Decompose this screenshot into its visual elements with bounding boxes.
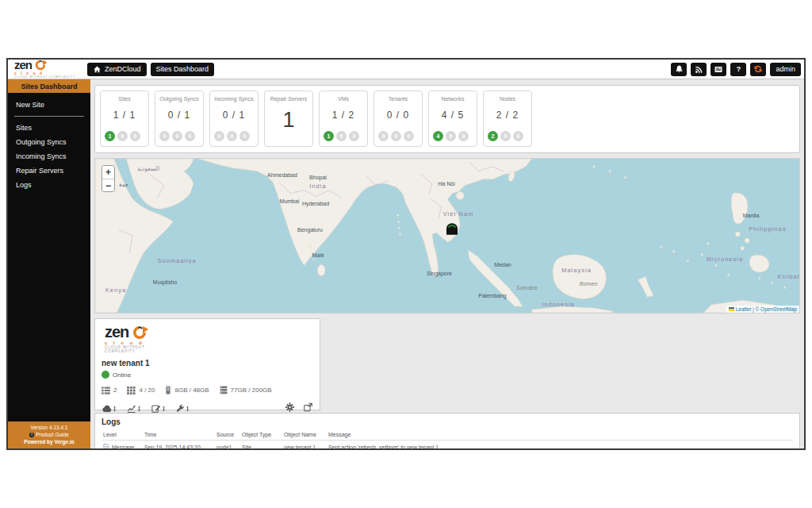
powered-by-label: Powered by Verge.io xyxy=(10,439,89,444)
action-suffix: I xyxy=(163,405,165,413)
zoom-out-button[interactable]: − xyxy=(102,179,114,191)
log-cell: node1 xyxy=(215,441,240,449)
stat-card-nodes[interactable]: Nodes2 / 2200 xyxy=(483,90,532,147)
topbar-actions: ?admin xyxy=(671,63,801,76)
stat-card-badges: 200 xyxy=(488,131,523,141)
stat-card-outgoing-syncs[interactable]: Outgoing Syncs0 / 1000 xyxy=(155,90,204,147)
tab-sites-dashboard[interactable]: Sites Dashboard xyxy=(151,63,215,76)
product-guide-link[interactable]: i Product Guide xyxy=(10,432,89,437)
action-suffix: I xyxy=(138,405,140,413)
status-count-badge: 0 xyxy=(117,131,128,141)
stat-card-value: 1 / 2 xyxy=(320,110,367,121)
status-count-badge: 0 xyxy=(214,131,224,141)
topbar: zen c l o u d CLOUD WITHOUT COMPLEXITY Z… xyxy=(8,60,804,79)
log-row[interactable]: MessageSep 19, 2025 14:43:20node1Sitenew… xyxy=(102,441,793,449)
wrench-icon xyxy=(175,404,185,413)
tenant-action-cloud-button[interactable]: I xyxy=(102,404,116,413)
stat-card-incoming-syncs[interactable]: Incoming Syncs0 / 1000 xyxy=(209,90,259,147)
user-menu-button[interactable]: admin xyxy=(770,63,801,76)
sidebar-items: New SiteSitesOutgoing SyncsIncoming Sync… xyxy=(8,93,90,192)
tenant-stats: 24 / 208GB / 48GB77GB / 200GB xyxy=(102,386,313,394)
log-level-label: Message xyxy=(112,444,134,449)
status-count-badge: 1 xyxy=(105,131,115,141)
document-icon xyxy=(103,444,109,449)
tenant-action-edit-button[interactable]: I xyxy=(151,404,165,413)
help-icon: ? xyxy=(734,64,743,74)
log-cell: new tenant 1 xyxy=(282,441,327,449)
tenant-stat-value: 77GB / 200GB xyxy=(231,387,272,394)
stat-card-title: Repair Servers xyxy=(265,96,312,102)
zoom-in-button[interactable]: + xyxy=(102,166,114,179)
status-count-badge: 0 xyxy=(513,131,523,141)
stat-card-networks[interactable]: Networks4 / 5400 xyxy=(428,90,477,147)
stat-card-title: Outgoing Syncs xyxy=(155,96,203,102)
sidebar: Sites Dashboard New SiteSitesOutgoing Sy… xyxy=(8,79,90,448)
feed-button[interactable] xyxy=(691,63,707,76)
flag-icon xyxy=(729,307,734,311)
map-attribution[interactable]: Leaflet | © OpenStreetMap xyxy=(726,306,799,313)
stat-card-value: 4 / 5 xyxy=(429,110,477,121)
help-button[interactable]: ? xyxy=(730,63,746,76)
tenant-action-chart-button[interactable]: I xyxy=(126,404,140,413)
sidebar-item-incoming-syncs[interactable]: Incoming Syncs xyxy=(8,149,90,164)
stat-card-value: 2 / 2 xyxy=(484,110,531,121)
sidebar-item-sites[interactable]: Sites xyxy=(8,121,90,135)
tenant-name: new tenant 1 xyxy=(102,359,313,368)
news-button[interactable] xyxy=(710,63,726,76)
action-suffix: I xyxy=(113,405,116,413)
sidebar-header: Sites Dashboard xyxy=(8,79,90,93)
site-marker[interactable] xyxy=(445,222,459,237)
stat-card-tenants[interactable]: Tenants0 / 0000 xyxy=(373,90,423,147)
log-cell: Sep 19, 2025 14:43:20 xyxy=(143,441,215,449)
stat-card-sites[interactable]: Sites1 / 1100 xyxy=(100,90,149,147)
stat-card-badges: 000 xyxy=(159,131,195,141)
gear-icon xyxy=(285,402,295,412)
status-count-badge: 0 xyxy=(404,131,414,141)
cores-grid-icon xyxy=(127,387,136,394)
sidebar-item-outgoing-syncs[interactable]: Outgoing Syncs xyxy=(8,135,90,149)
storage-icon xyxy=(220,386,228,394)
map-zoom-control: + − xyxy=(102,165,115,192)
logs-table: LevelTimeSourceObject TypeObject NameMes… xyxy=(102,429,793,448)
status-count-badge: 0 xyxy=(185,131,195,141)
logs-column-header: Source xyxy=(215,429,240,441)
stat-card-badges: 400 xyxy=(433,131,469,141)
stat-card-title: Tenants xyxy=(374,96,422,102)
tenant-action-wrench-button[interactable]: I xyxy=(175,404,189,413)
refresh-button[interactable] xyxy=(750,63,766,76)
status-count-badge: 0 xyxy=(159,131,170,141)
sidebar-item-repair-servers[interactable]: Repair Servers xyxy=(8,164,90,178)
sidebar-item-logs[interactable]: Logs xyxy=(8,178,90,192)
status-count-badge: 0 xyxy=(500,131,511,141)
tenant-stat-value: 2 xyxy=(113,387,117,394)
status-count-badge: 0 xyxy=(130,131,140,141)
world-map[interactable]: السعوديةجدةSoomaaliyaMuqdishoKenyaAhmeda… xyxy=(94,158,800,314)
status-count-badge: 0 xyxy=(172,131,182,141)
notifications-button[interactable] xyxy=(671,63,687,76)
action-suffix: I xyxy=(186,405,189,413)
refresh-icon xyxy=(753,64,763,74)
stat-card-badges: 100 xyxy=(324,131,359,141)
logs-column-header: Time xyxy=(143,429,215,441)
stat-card-value: 1 / 1 xyxy=(101,110,148,121)
status-label: Online xyxy=(113,371,131,379)
status-count-badge: 0 xyxy=(391,131,401,141)
app-window: zen c l o u d CLOUD WITHOUT COMPLEXITY Z… xyxy=(6,58,806,450)
chart-icon xyxy=(126,404,136,413)
svg-text:?: ? xyxy=(737,65,741,73)
status-count-badge: 0 xyxy=(349,131,359,141)
home-button[interactable]: ZenDCloud xyxy=(87,63,147,76)
stat-card-value: 1 xyxy=(265,108,312,133)
tenant-stat-value: 4 / 20 xyxy=(139,387,155,394)
sidebar-footer: Version 4.13.4.1 i Product Guide Powered… xyxy=(8,421,90,448)
stat-card-title: VMs xyxy=(320,96,367,102)
log-level-cell: Message xyxy=(102,441,143,449)
tenant-logo: zen c l o u d CLOUD WITHOUT COMPLEXITY xyxy=(102,324,178,353)
sidebar-divider xyxy=(14,116,84,117)
version-label: Version 4.13.4.1 xyxy=(10,425,89,430)
stat-card-vms[interactable]: VMs1 / 2100 xyxy=(319,90,368,147)
stat-card-repair-servers[interactable]: Repair Servers1 xyxy=(264,90,313,147)
tenant-stat-cores-grid: 4 / 20 xyxy=(127,387,155,394)
news-icon xyxy=(714,65,723,74)
sidebar-item-new-site[interactable]: New Site xyxy=(8,98,90,112)
